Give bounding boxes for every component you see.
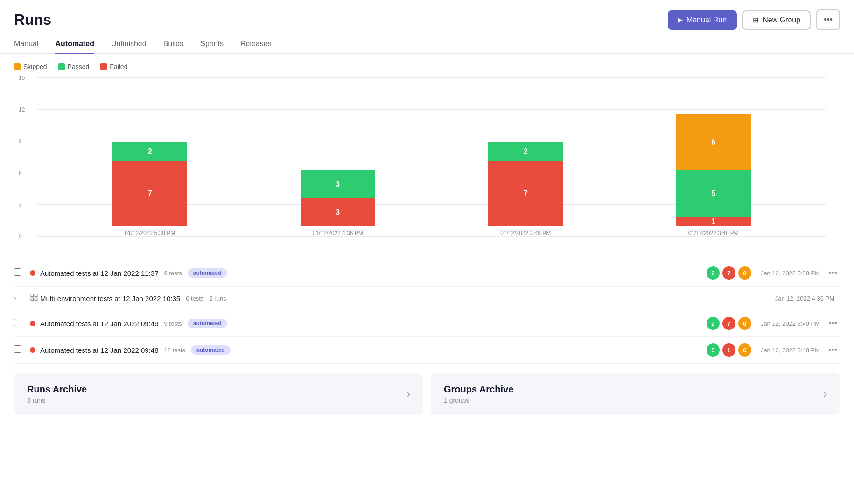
page-title: Runs <box>14 11 51 28</box>
run-expand-2[interactable]: › <box>14 294 25 302</box>
legend-failed-label: Failed <box>110 63 127 70</box>
run-badge-1: automated <box>188 268 227 278</box>
run-name-4: Automated tests at 12 Jan 2022 09:48 <box>40 346 159 354</box>
runs-archive-card[interactable]: Runs Archive 3 runs › <box>14 373 423 415</box>
bar-segment-skipped-4: 6 <box>676 114 751 170</box>
bar-group-3: 7 2 01/12/2022 3:49 PM <box>432 142 620 237</box>
run-checkbox-3[interactable] <box>14 319 21 326</box>
runs-archive-title: Runs Archive <box>27 384 87 395</box>
runs-archive-subtitle: 3 runs <box>27 397 87 404</box>
passed-color-dot <box>58 63 65 70</box>
chart-section: Skipped Passed Failed 15 12 9 6 3 0 <box>0 54 854 260</box>
run-status-dot-3 <box>30 321 35 326</box>
count-skipped-4: 6 <box>738 343 751 357</box>
run-tests-4: 12 tests <box>164 347 186 354</box>
run-date-3: Jan 12, 2022 3:49 PM <box>761 320 820 327</box>
count-passed-3: 2 <box>707 317 720 330</box>
bar-date-2: 01/12/2022 4:36 PM <box>313 230 363 237</box>
run-counts-4: 5 1 6 <box>707 343 751 357</box>
tab-unfinished[interactable]: Unfinished <box>111 40 147 54</box>
run-actions-1: ••• <box>826 267 840 279</box>
run-check-3[interactable] <box>14 319 25 328</box>
page-header: Runs ▶ Manual Run ⊞ New Group ••• <box>0 0 854 35</box>
run-info-2: Multi-environment tests at 12 Jan 2022 1… <box>40 294 766 302</box>
run-info-3: Automated tests at 12 Jan 2022 09:49 9 t… <box>40 319 707 328</box>
run-check-4[interactable] <box>14 345 25 355</box>
run-info-4: Automated tests at 12 Jan 2022 09:48 12 … <box>40 345 707 355</box>
bar-segment-passed-2: 3 <box>301 170 375 198</box>
bar-segment-passed-3: 2 <box>488 142 563 161</box>
count-skipped-1: 0 <box>738 266 751 280</box>
run-menu-button-1[interactable]: ••• <box>826 267 840 279</box>
legend-passed: Passed <box>58 63 90 70</box>
bar-stack-3: 7 2 <box>488 142 563 226</box>
bar-date-3: 01/12/2022 3:49 PM <box>500 230 551 237</box>
run-menu-button-3[interactable]: ••• <box>826 318 840 329</box>
svg-rect-2 <box>31 298 33 301</box>
legend-skipped: Skipped <box>14 63 47 70</box>
bar-stack-4: 1 5 6 <box>676 114 751 226</box>
legend-passed-label: Passed <box>68 63 90 70</box>
bar-date-4: 01/12/2022 3:48 PM <box>688 230 739 237</box>
run-menu-button-4[interactable]: ••• <box>826 344 840 356</box>
run-item-4: Automated tests at 12 Jan 2022 09:48 12 … <box>14 337 840 364</box>
group-icon-2 <box>30 293 35 303</box>
tab-builds[interactable]: Builds <box>163 40 184 54</box>
runs-archive-info: Runs Archive 3 runs <box>27 384 87 404</box>
bars-container: 7 2 01/12/2022 5:38 PM 3 3 01/12/2022 4:… <box>37 78 826 237</box>
groups-archive-subtitle: 1 groups <box>444 397 513 404</box>
groups-archive-card[interactable]: Groups Archive 1 groups › <box>431 373 840 415</box>
run-name-1: Automated tests at 12 Jan 2022 11:37 <box>40 269 159 277</box>
run-badge-3: automated <box>188 319 227 328</box>
svg-rect-3 <box>35 298 37 301</box>
run-check-1[interactable] <box>14 268 25 278</box>
failed-color-dot <box>100 63 107 70</box>
svg-rect-1 <box>35 294 37 296</box>
count-failed-4: 1 <box>722 343 735 357</box>
run-actions-4: ••• <box>826 344 840 356</box>
legend-failed: Failed <box>100 63 127 70</box>
run-item-2: › Multi-environment tests at 12 Jan 2022… <box>14 287 840 310</box>
run-tests-2: 6 tests <box>186 295 203 302</box>
runs-archive-chevron: › <box>407 388 410 400</box>
count-passed-1: 2 <box>707 266 720 280</box>
bar-stack-1: 7 2 <box>112 142 187 226</box>
run-item-3: Automated tests at 12 Jan 2022 09:49 9 t… <box>14 310 840 337</box>
run-list: Automated tests at 12 Jan 2022 11:37 9 t… <box>0 260 854 364</box>
skipped-color-dot <box>14 63 21 70</box>
groups-archive-title: Groups Archive <box>444 384 513 395</box>
run-date-2: Jan 12, 2022 4:36 PM <box>775 295 834 302</box>
run-date-4: Jan 12, 2022 3:48 PM <box>761 347 820 354</box>
run-status-dot-4 <box>30 347 35 353</box>
tab-releases[interactable]: Releases <box>240 40 272 54</box>
count-failed-3: 7 <box>722 317 735 330</box>
bar-group-1: 7 2 01/12/2022 5:38 PM <box>56 142 244 237</box>
tab-sprints[interactable]: Sprints <box>200 40 224 54</box>
count-skipped-3: 0 <box>738 317 751 330</box>
tab-automated[interactable]: Automated <box>55 40 94 54</box>
run-checkbox-4[interactable] <box>14 345 21 353</box>
bar-group-4: 1 5 6 01/12/2022 3:48 PM <box>620 114 808 237</box>
run-actions-3: ••• <box>826 318 840 329</box>
manual-run-button[interactable]: ▶ Manual Run <box>668 10 737 30</box>
run-info-1: Automated tests at 12 Jan 2022 11:37 9 t… <box>40 268 707 278</box>
run-counts-1: 2 7 0 <box>707 266 751 280</box>
runs-page: Runs ▶ Manual Run ⊞ New Group ••• Manual… <box>0 0 854 504</box>
run-counts-3: 2 7 0 <box>707 317 751 330</box>
groups-archive-chevron: › <box>824 388 827 400</box>
tab-manual[interactable]: Manual <box>14 40 38 54</box>
new-group-button[interactable]: ⊞ New Group <box>742 10 811 30</box>
header-actions: ▶ Manual Run ⊞ New Group ••• <box>668 9 840 30</box>
archive-section: Runs Archive 3 runs › Groups Archive 1 g… <box>14 373 840 415</box>
bar-segment-passed-1: 2 <box>112 142 187 161</box>
more-options-button[interactable]: ••• <box>816 9 840 30</box>
svg-rect-0 <box>31 294 33 296</box>
run-item-1: Automated tests at 12 Jan 2022 11:37 9 t… <box>14 260 840 287</box>
tab-bar: Manual Automated Unfinished Builds Sprin… <box>0 35 854 54</box>
run-name-3: Automated tests at 12 Jan 2022 09:49 <box>40 320 159 328</box>
run-status-dot-1 <box>30 270 35 276</box>
run-checkbox-1[interactable] <box>14 268 21 276</box>
bar-group-2: 3 3 01/12/2022 4:36 PM <box>244 170 432 237</box>
bar-segment-passed-4: 5 <box>676 170 751 217</box>
new-group-icon: ⊞ <box>753 16 759 24</box>
